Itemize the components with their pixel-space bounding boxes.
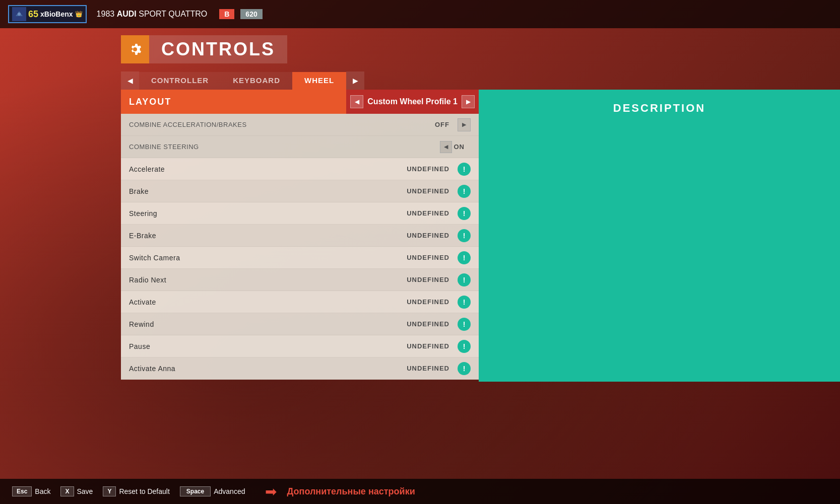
setting-name-activate-anna: Activate Anna [129, 365, 407, 373]
setting-name-combine-steering: COMBINE STEERING [129, 143, 440, 151]
setting-row-brake[interactable]: Brake UNDEFINED ! [121, 180, 479, 202]
warning-icon-pause: ! [458, 340, 471, 353]
tab-nav-next[interactable]: ▶ [346, 71, 364, 90]
setting-value-steering: UNDEFINED [407, 209, 449, 217]
setting-value-combine-accel: OFF [435, 121, 449, 128]
setting-value-brake: UNDEFINED [407, 187, 449, 195]
setting-row-e-brake[interactable]: E-Brake UNDEFINED ! [121, 225, 479, 247]
combine-steering-left-btn[interactable]: ◀ [440, 141, 452, 153]
setting-value-combine-steering: ON [454, 143, 465, 151]
player-icon [12, 7, 26, 21]
car-pi-badge: 620 [240, 9, 262, 19]
setting-value-pause: UNDEFINED [407, 342, 449, 350]
left-panel: LAYOUT ◀ Custom Wheel Profile 1 ▶ COMBIN… [121, 90, 479, 382]
tab-keyboard[interactable]: KEYBOARD [221, 72, 292, 90]
tab-nav-prev[interactable]: ◀ [121, 71, 139, 90]
setting-value-switch-camera: UNDEFINED [407, 254, 449, 261]
car-brand: AUDI [117, 10, 137, 18]
profile-nav: ◀ Custom Wheel Profile 1 ▶ [346, 90, 479, 114]
setting-value-activate-anna: UNDEFINED [407, 365, 449, 372]
setting-name-combine-accel: COMBINE ACCELERATION/BRAKES [129, 121, 435, 128]
warning-icon-brake: ! [458, 185, 471, 198]
setting-control-pause: UNDEFINED ! [407, 340, 471, 353]
profile-name: Custom Wheel Profile 1 [367, 97, 458, 106]
controls-header: CONTROLS [121, 35, 840, 63]
setting-control-switch-camera: UNDEFINED ! [407, 251, 471, 264]
layout-label: LAYOUT [129, 97, 171, 107]
profile-nav-next[interactable]: ▶ [462, 95, 475, 108]
setting-control-combine-accel: OFF ▶ [435, 118, 471, 131]
action-reset: Y Reset to Default [103, 486, 169, 496]
crown-icon: 👑 [75, 11, 83, 18]
setting-value-activate: UNDEFINED [407, 298, 449, 306]
setting-row-steering[interactable]: Steering UNDEFINED ! [121, 202, 479, 225]
warning-icon-activate-anna: ! [458, 362, 471, 375]
action-back: Esc Back [12, 486, 50, 496]
setting-name-radio-next: Radio Next [129, 276, 407, 284]
setting-control-activate-anna: UNDEFINED ! [407, 362, 471, 375]
label-back: Back [35, 487, 50, 495]
controls-title-box: CONTROLS [149, 35, 287, 63]
car-year: 1983 [97, 10, 115, 18]
hint-arrow-icon: ➡ [265, 483, 277, 500]
car-model: SPORT QUATTRO [139, 10, 207, 18]
setting-row-rewind[interactable]: Rewind UNDEFINED ! [121, 313, 479, 335]
setting-row-activate-anna[interactable]: Activate Anna UNDEFINED ! [121, 357, 479, 380]
key-esc[interactable]: Esc [12, 486, 32, 496]
top-bar: 65 xBioBenx 👑 1983 AUDI SPORT QUATTRO B … [0, 0, 840, 28]
tab-wheel[interactable]: WHEEL [292, 72, 346, 90]
setting-name-pause: Pause [129, 342, 407, 350]
key-space[interactable]: Space [180, 486, 211, 496]
player-badge: 65 xBioBenx 👑 [8, 5, 87, 23]
key-y[interactable]: Y [103, 486, 116, 496]
setting-row-accelerate[interactable]: Accelerate UNDEFINED ! [121, 158, 479, 180]
setting-control-radio-next: UNDEFINED ! [407, 273, 471, 286]
tab-nav: ◀ CONTROLLER KEYBOARD WHEEL ▶ [121, 71, 840, 90]
setting-control-accelerate: UNDEFINED ! [407, 163, 471, 176]
controls-title: CONTROLS [161, 39, 275, 60]
settings-list: COMBINE ACCELERATION/BRAKES OFF ▶ COMBIN… [121, 114, 479, 380]
setting-name-steering: Steering [129, 209, 407, 218]
setting-control-e-brake: UNDEFINED ! [407, 229, 471, 242]
profile-nav-prev[interactable]: ◀ [350, 95, 363, 108]
controls-icon-box [121, 35, 149, 63]
setting-name-brake: Brake [129, 187, 407, 195]
setting-value-e-brake: UNDEFINED [407, 232, 449, 239]
setting-name-rewind: Rewind [129, 320, 407, 328]
description-title: DESCRIPTION [613, 102, 705, 115]
bottom-bar: Esc Back X Save Y Reset to Default Space… [0, 479, 840, 504]
hint-text: Дополнительные настройки [287, 486, 415, 497]
setting-name-activate: Activate [129, 298, 407, 306]
gear-icon [127, 41, 143, 57]
player-level: 65 [28, 9, 38, 20]
car-info: 1983 AUDI SPORT QUATTRO [97, 10, 208, 19]
warning-icon-steering: ! [458, 207, 471, 220]
player-name: xBioBenx [40, 10, 73, 18]
setting-value-accelerate: UNDEFINED [407, 165, 449, 173]
tab-controller[interactable]: CONTROLLER [139, 72, 221, 90]
main-content: CONTROLS ◀ CONTROLLER KEYBOARD WHEEL ▶ L… [121, 35, 840, 504]
setting-control-combine-steering: ◀ ON [440, 141, 471, 153]
setting-row-combine-steering[interactable]: COMBINE STEERING ◀ ON [121, 136, 479, 158]
setting-row-radio-next[interactable]: Radio Next UNDEFINED ! [121, 269, 479, 291]
label-reset: Reset to Default [119, 487, 169, 495]
panel-container: LAYOUT ◀ Custom Wheel Profile 1 ▶ COMBIN… [121, 90, 840, 382]
warning-icon-rewind: ! [458, 318, 471, 331]
key-x[interactable]: X [60, 486, 74, 496]
warning-icon-radio-next: ! [458, 273, 471, 286]
warning-icon-switch-camera: ! [458, 251, 471, 264]
setting-row-pause[interactable]: Pause UNDEFINED ! [121, 335, 479, 357]
setting-name-accelerate: Accelerate [129, 165, 407, 173]
setting-control-brake: UNDEFINED ! [407, 185, 471, 198]
setting-row-combine-accel[interactable]: COMBINE ACCELERATION/BRAKES OFF ▶ [121, 114, 479, 136]
label-save: Save [77, 487, 93, 495]
layout-header: LAYOUT ◀ Custom Wheel Profile 1 ▶ [121, 90, 479, 114]
car-class-badge: B [219, 9, 234, 19]
warning-icon-activate: ! [458, 296, 471, 309]
setting-row-activate[interactable]: Activate UNDEFINED ! [121, 291, 479, 313]
combine-accel-forward-btn[interactable]: ▶ [458, 118, 471, 131]
label-advanced: Advanced [214, 487, 245, 495]
setting-row-switch-camera[interactable]: Switch Camera UNDEFINED ! [121, 247, 479, 269]
setting-control-rewind: UNDEFINED ! [407, 318, 471, 331]
setting-name-switch-camera: Switch Camera [129, 254, 407, 262]
